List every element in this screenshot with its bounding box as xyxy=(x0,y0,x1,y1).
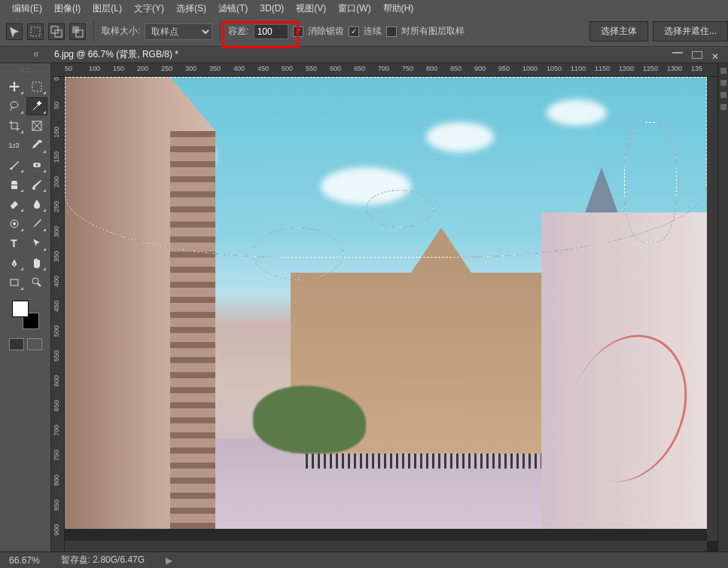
selection-marquee xyxy=(366,190,434,228)
svg-point-11 xyxy=(13,222,16,225)
minimize-icon[interactable] xyxy=(672,51,683,53)
eraser-tool[interactable] xyxy=(4,195,25,213)
select-and-mask-button[interactable]: 选择并遮住... xyxy=(653,21,728,41)
close-icon[interactable]: ✕ xyxy=(711,51,722,53)
tolerance-label: 容差: xyxy=(228,25,248,38)
hand-tool[interactable] xyxy=(26,254,47,272)
svg-point-9 xyxy=(32,187,35,190)
selection-marquee xyxy=(624,122,677,243)
zoom-readout[interactable]: 66.67% xyxy=(9,555,40,566)
canvas-area: 5010015020025030035040045050055060065070… xyxy=(51,63,717,551)
zoom-tool[interactable] xyxy=(26,273,47,292)
canvas[interactable] xyxy=(65,77,707,541)
document-tab[interactable]: 6.jpg @ 66.7% (背景, RGB/8) * xyxy=(48,48,184,61)
sample-size-select[interactable]: 取样点 xyxy=(145,23,212,40)
frame-tool[interactable] xyxy=(26,117,47,135)
measure-tool[interactable]: 123 xyxy=(4,136,25,154)
quick-mask-toggle[interactable] xyxy=(9,338,42,350)
menu-bar: 编辑(E) 图像(I) 图层(L) 文字(Y) 选择(S) 滤镜(T) 3D(D… xyxy=(0,0,728,17)
toolbox-grip-icon[interactable]: ∷∷ xyxy=(20,66,32,75)
menu-image[interactable]: 图像(I) xyxy=(48,0,87,17)
toolbox: ∷∷ 123 T xyxy=(0,63,51,551)
color-replace-tool[interactable] xyxy=(26,176,47,194)
smudge-tool[interactable] xyxy=(26,215,47,233)
selection-subtract-icon[interactable] xyxy=(69,23,86,40)
menu-3d[interactable]: 3D(D) xyxy=(254,1,290,16)
scrollbar-horizontal[interactable] xyxy=(65,541,707,551)
ruler-vertical[interactable]: 0501001502002503003504004505005506006507… xyxy=(51,77,65,551)
foreground-color-swatch[interactable] xyxy=(12,301,29,317)
menu-layer[interactable]: 图层(L) xyxy=(87,0,128,17)
selection-add-icon[interactable] xyxy=(48,23,65,40)
history-brush-tool[interactable] xyxy=(4,215,25,233)
svg-point-13 xyxy=(32,278,38,284)
move-tool[interactable] xyxy=(4,78,25,96)
menu-help[interactable]: 帮助(H) xyxy=(377,0,420,17)
document-image[interactable] xyxy=(65,77,707,529)
ruler-horizontal[interactable]: 5010015020025030035040045050055060065070… xyxy=(51,63,717,77)
blur-tool[interactable] xyxy=(26,195,47,213)
document-tab-bar: « 6.jpg @ 66.7% (背景, RGB/8) * ✕ xyxy=(0,47,728,63)
workspace: ∷∷ 123 T 5010015020025030035040045050055… xyxy=(0,63,728,551)
eyedropper-tool[interactable] xyxy=(26,136,47,154)
shape-tool[interactable] xyxy=(4,273,25,292)
svg-rect-12 xyxy=(11,279,18,286)
svg-rect-0 xyxy=(31,27,40,36)
anti-alias-label: 消除锯齿 xyxy=(308,25,344,38)
contiguous-label: 连续 xyxy=(364,25,382,38)
scrollbar-vertical[interactable] xyxy=(707,77,717,541)
contiguous-checkbox[interactable]: ✓ xyxy=(349,26,359,37)
anti-alias-checkbox[interactable]: ✓ xyxy=(293,26,303,37)
status-bar: 66.67% 暂存盘: 2.80G/6.47G ▶ xyxy=(0,551,728,568)
options-bar: 取样大小: 取样点 容差: ✓ 消除锯齿 ✓ 连续 对所有图层取样 选择主体 选… xyxy=(0,17,728,47)
tool-preset-icon[interactable] xyxy=(6,23,23,40)
color-swatches[interactable] xyxy=(11,301,41,331)
collapse-icon[interactable]: « xyxy=(33,47,39,60)
sample-size-label: 取样大小: xyxy=(102,25,140,38)
scratch-disk-readout: 暂存盘: 2.80G/6.47G xyxy=(61,554,145,566)
brush-tool[interactable] xyxy=(4,156,25,174)
crop-tool[interactable] xyxy=(4,117,25,135)
lasso-tool[interactable] xyxy=(4,97,25,115)
marquee-tool[interactable] xyxy=(26,78,47,96)
menu-window[interactable]: 窗口(W) xyxy=(332,0,376,17)
menu-view[interactable]: 视图(V) xyxy=(290,0,332,17)
svg-rect-5 xyxy=(32,82,41,91)
select-subject-button[interactable]: 选择主体 xyxy=(589,21,648,41)
pen-tool[interactable] xyxy=(4,254,25,272)
healing-tool[interactable] xyxy=(26,156,47,174)
tolerance-input[interactable] xyxy=(254,24,288,39)
menu-edit[interactable]: 编辑(E) xyxy=(6,0,48,17)
all-layers-label: 对所有图层取样 xyxy=(401,25,465,38)
type-tool[interactable]: T xyxy=(4,234,25,252)
selection-new-icon[interactable] xyxy=(27,23,44,40)
panel-strip[interactable] xyxy=(717,63,728,551)
svg-point-6 xyxy=(11,102,18,108)
selection-marquee xyxy=(253,228,343,280)
maximize-icon[interactable] xyxy=(692,51,702,59)
menu-filter[interactable]: 滤镜(T) xyxy=(212,0,254,17)
menu-text[interactable]: 文字(Y) xyxy=(128,0,170,17)
all-layers-checkbox[interactable] xyxy=(386,26,397,37)
magic-wand-tool[interactable] xyxy=(26,97,47,115)
path-select-tool[interactable] xyxy=(26,234,47,252)
menu-select[interactable]: 选择(S) xyxy=(170,0,212,17)
clone-tool[interactable] xyxy=(4,176,25,194)
selection-marquee xyxy=(65,77,707,258)
